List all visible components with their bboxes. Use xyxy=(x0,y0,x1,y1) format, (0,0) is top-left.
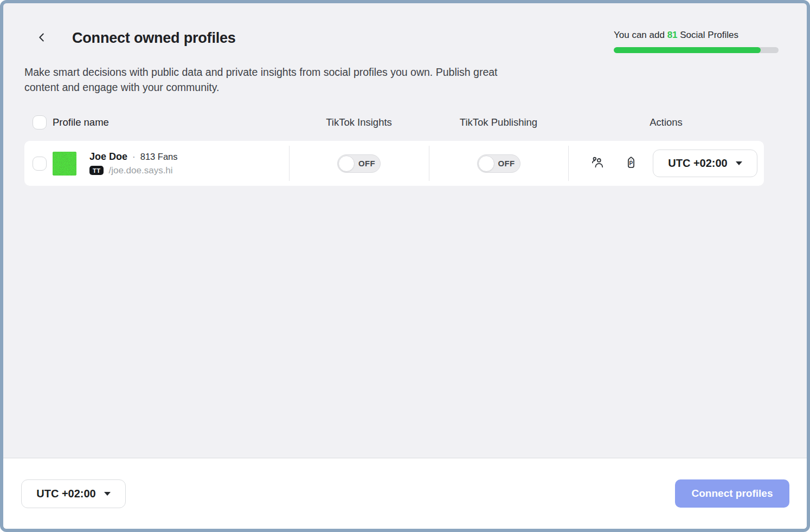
footer-timezone-dropdown[interactable]: UTC +02:00 xyxy=(21,479,126,508)
table-header: Profile name TikTok Insights TikTok Publ… xyxy=(24,115,764,129)
column-label-profile-name: Profile name xyxy=(53,116,109,128)
connect-owned-profiles-dialog: Connect owned profiles You can add 81 So… xyxy=(0,0,810,532)
profile-name: Joe Doe xyxy=(89,151,127,163)
column-label-tiktok-publishing: TikTok Publishing xyxy=(460,116,537,128)
column-label-actions: Actions xyxy=(650,116,683,128)
row-timezone-dropdown[interactable]: UTC +02:00 xyxy=(653,150,757,177)
row-cell-actions: P UTC +02:00 xyxy=(568,150,764,177)
fans-count: 813 Fans xyxy=(140,152,178,162)
row-cell-profile: Joe Doe · 813 Fans TT /joe.doe.says.hi xyxy=(24,151,289,176)
timezone-value: UTC +02:00 xyxy=(668,157,728,170)
manage-users-button[interactable] xyxy=(590,155,605,171)
toggle-state-label: OFF xyxy=(358,159,375,168)
timezone-value: UTC +02:00 xyxy=(36,488,96,500)
column-divider xyxy=(429,146,429,181)
capacity-count: 81 xyxy=(667,30,678,40)
dot-separator: · xyxy=(132,152,136,163)
profile-info: Joe Doe · 813 Fans TT /joe.doe.says.hi xyxy=(89,151,178,176)
back-button[interactable] xyxy=(33,29,50,47)
capacity-progress-bar xyxy=(614,47,779,53)
chevron-left-icon xyxy=(36,31,48,45)
chevron-down-icon xyxy=(736,161,742,165)
svg-text:P: P xyxy=(629,160,633,166)
row-cell-insights: OFF xyxy=(289,154,429,173)
page-description: Make smart decisions with public data an… xyxy=(24,64,534,95)
header-cell-actions: Actions xyxy=(568,116,764,128)
connect-profiles-button[interactable]: Connect profiles xyxy=(675,479,789,508)
footer-bar: UTC +02:00 Connect profiles xyxy=(3,458,807,529)
profile-labels-button[interactable]: P xyxy=(624,155,638,171)
progress-fill xyxy=(614,47,761,53)
select-all-checkbox[interactable] xyxy=(33,115,47,129)
toggle-state-label: OFF xyxy=(498,159,515,168)
column-divider xyxy=(289,146,290,181)
profile-handle: /joe.doe.says.hi xyxy=(108,165,172,176)
row-checkbox[interactable] xyxy=(33,157,47,171)
profile-row: Joe Doe · 813 Fans TT /joe.doe.says.hi O… xyxy=(24,141,764,186)
page-title: Connect owned profiles xyxy=(72,30,236,47)
header-cell-profile: Profile name xyxy=(24,115,289,129)
profile-label-tag-icon: P xyxy=(624,155,638,171)
toggle-knob xyxy=(338,155,355,172)
chevron-down-icon xyxy=(104,492,111,496)
capacity-text: You can add 81 Social Profiles xyxy=(614,30,779,41)
column-divider xyxy=(568,146,569,181)
users-icon xyxy=(590,155,605,171)
tiktok-publishing-toggle[interactable]: OFF xyxy=(477,154,520,173)
capacity-indicator: You can add 81 Social Profiles xyxy=(614,30,779,53)
row-cell-publishing: OFF xyxy=(429,154,568,173)
header-cell-publishing: TikTok Publishing xyxy=(429,116,568,128)
column-label-tiktok-insights: TikTok Insights xyxy=(326,116,392,128)
toggle-knob xyxy=(478,155,494,172)
tiktok-insights-toggle[interactable]: OFF xyxy=(337,154,381,173)
tiktok-network-badge: TT xyxy=(89,166,104,176)
profile-avatar xyxy=(53,152,76,176)
header-cell-insights: TikTok Insights xyxy=(289,116,429,128)
